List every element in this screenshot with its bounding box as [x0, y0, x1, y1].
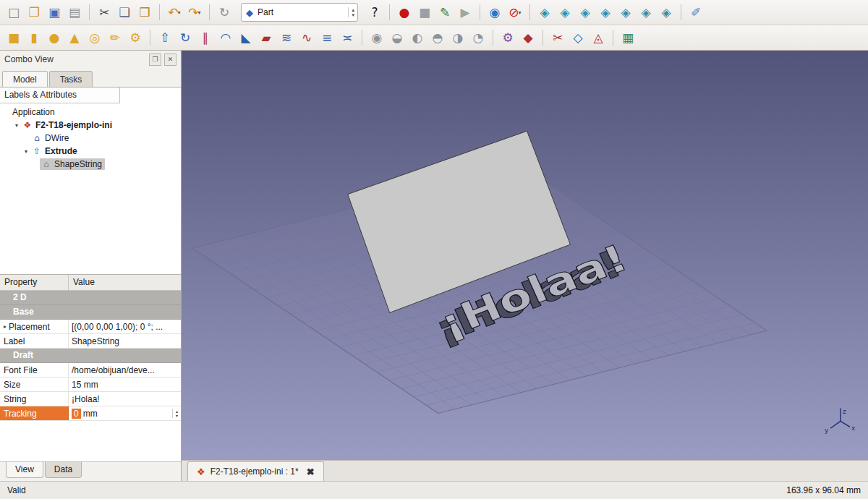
draw-style-icon[interactable]: ⊘▾	[506, 3, 524, 22]
property-row-font-file[interactable]: Font File/home/obijuan/deve...	[0, 363, 181, 378]
dock-close-button[interactable]: ✕	[164, 54, 176, 66]
redo-icon[interactable]: ↷▾	[185, 3, 204, 22]
view-front-icon[interactable]: ◈	[556, 3, 574, 22]
property-row-placement[interactable]: ▸Placement[(0,00 0,00 1,00); 0 °; ...	[0, 320, 181, 334]
part-boolean-icon[interactable]: ◒	[388, 28, 407, 47]
part-cone-icon[interactable]: ▲	[65, 28, 84, 47]
part-revolve-icon[interactable]: ↻	[176, 28, 195, 47]
part-fillet-icon[interactable]: ◠	[216, 28, 235, 47]
view-bottom-icon[interactable]: ◈	[637, 3, 655, 22]
view-rear-icon[interactable]: ◈	[616, 3, 635, 22]
view-right-icon[interactable]: ◈	[596, 3, 615, 22]
part-extrude-icon[interactable]: ⇧	[156, 28, 174, 47]
tree-item-application[interactable]: Application	[0, 106, 181, 119]
defeaturing-icon[interactable]: ◆	[519, 28, 537, 47]
part-join-icon[interactable]: ◔	[469, 28, 488, 47]
print-icon[interactable]: ▤	[65, 3, 84, 22]
property-group-2-d[interactable]: 2 D	[0, 291, 181, 305]
part-section-icon[interactable]: ≡	[318, 28, 336, 47]
property-value[interactable]: 0mm▴▾	[69, 406, 181, 420]
document-tab[interactable]: ❖ F2-T18-ejemplo-ini : 1* ✖	[187, 461, 324, 481]
open-file-icon[interactable]: ❐	[25, 3, 43, 22]
cut-icon[interactable]: ✂	[95, 3, 114, 22]
tracking-value-input[interactable]: 0	[72, 409, 81, 419]
value-column-header[interactable]: Value	[69, 275, 99, 290]
part-loft-icon[interactable]: ≋	[277, 28, 296, 47]
tree-item-shapestring[interactable]: ⌂ShapeString	[0, 158, 181, 171]
part-compound-icon[interactable]: ◉	[367, 28, 386, 47]
tab-model[interactable]: Model	[2, 71, 48, 87]
fit-all-icon[interactable]: ◉	[485, 3, 504, 22]
save-icon[interactable]: ▣	[45, 3, 64, 22]
workbench-selector-spinner[interactable]: ▴▾	[348, 7, 354, 17]
redo-dropdown-icon[interactable]: ▾	[198, 9, 201, 16]
macro-execute-icon[interactable]: ▶	[456, 3, 475, 22]
part-mirror-icon[interactable]: ∥	[196, 28, 215, 47]
property-row-label[interactable]: LabelShapeString	[0, 334, 181, 349]
property-value[interactable]: [(0,00 0,00 1,00); 0 °; ...	[69, 320, 181, 333]
macro-stop-icon[interactable]: ■	[415, 3, 434, 22]
3d-canvas[interactable]: ¡Holaa! ¡Holaa! z x y	[182, 51, 868, 460]
property-group-draft[interactable]: Draft	[0, 349, 181, 363]
check-geometry-icon[interactable]: ⚙	[498, 28, 517, 47]
tab-tasks[interactable]: Tasks	[49, 71, 93, 87]
cross-sections-icon[interactable]: ✂	[548, 28, 567, 47]
part-cylinder-icon[interactable]: ▮	[25, 28, 43, 47]
property-group-base[interactable]: Base	[0, 305, 181, 320]
close-tab-icon[interactable]: ✖	[307, 466, 315, 477]
part-intersection-icon[interactable]: ◑	[448, 28, 467, 47]
paste-icon[interactable]: ❒	[135, 3, 154, 22]
part-sphere-icon[interactable]: ●	[45, 28, 64, 47]
tab-view[interactable]: View	[6, 462, 43, 478]
copy-icon[interactable]: ❏	[115, 3, 134, 22]
undo-icon[interactable]: ↶▾	[165, 3, 184, 22]
property-value[interactable]: /home/obijuan/deve...	[69, 363, 181, 377]
property-row-tracking[interactable]: Tracking0mm▴▾	[0, 406, 181, 421]
part-box-icon[interactable]: ■	[4, 28, 23, 47]
tracking-spinner[interactable]: ▴▾	[172, 409, 178, 418]
property-expander-icon[interactable]: ▸	[4, 323, 7, 330]
macro-record-icon[interactable]: ●	[395, 3, 414, 22]
boolean-xor-icon[interactable]: ◬	[589, 28, 608, 47]
tab-data[interactable]: Data	[45, 462, 82, 478]
whats-this-icon[interactable]: ?	[365, 3, 384, 22]
part-offset-icon[interactable]: ≍	[338, 28, 357, 47]
view-isometric-icon[interactable]: ◈	[535, 3, 554, 22]
tree-item-f2-t18-ejemplo-ini[interactable]: ▾❖F2-T18-ejemplo-ini	[0, 119, 181, 132]
part-primitives-icon[interactable]: ⚙	[126, 28, 145, 47]
property-row-string[interactable]: String¡Holaa!	[0, 392, 181, 406]
3d-viewport[interactable]: ¡Holaa! ¡Holaa! z x y	[182, 51, 868, 460]
tree-item-extrude[interactable]: ▾⇧Extrude	[0, 145, 181, 158]
tree-expander-icon[interactable]: ▾	[12, 122, 21, 129]
combo-view-titlebar[interactable]: Combo View ❐ ✕	[0, 51, 181, 68]
open-file-icon: ❐	[28, 5, 39, 20]
new-document-icon[interactable]: □	[4, 3, 23, 22]
dock-float-button[interactable]: ❐	[149, 54, 161, 66]
tree-expander-icon[interactable]: ▾	[22, 148, 30, 155]
part-chamfer-icon[interactable]: ◣	[237, 28, 255, 47]
macro-edit-icon[interactable]: ✎	[435, 3, 454, 22]
property-column-header[interactable]: Property	[0, 275, 69, 290]
workbench-selector[interactable]: ◆ Part ▴▾	[241, 3, 358, 22]
slice-icon[interactable]: ◇	[569, 28, 587, 47]
undo-dropdown-icon[interactable]: ▾	[178, 9, 181, 16]
refresh-icon[interactable]: ↻	[215, 3, 234, 22]
tree-column-header[interactable]: Labels & Attributes	[0, 88, 120, 103]
view-left-icon[interactable]: ◈	[657, 3, 676, 22]
clipping-plane-icon[interactable]: ▦	[618, 28, 637, 47]
property-value[interactable]: ShapeString	[69, 334, 181, 348]
part-torus-icon[interactable]: ◎	[85, 28, 104, 47]
tree-item-dwire[interactable]: ⌂DWire	[0, 132, 181, 145]
draw-style-dropdown-icon[interactable]: ▾	[519, 9, 522, 16]
property-value[interactable]: ¡Holaa!	[69, 392, 181, 406]
part-ruled-surface-icon[interactable]: ▰	[257, 28, 276, 47]
property-row-size[interactable]: Size15 mm	[0, 378, 181, 392]
part-shapebuilder-icon[interactable]: ✏	[106, 28, 124, 47]
property-value[interactable]: 15 mm	[69, 378, 181, 391]
view-top-icon[interactable]: ◈	[576, 3, 595, 22]
part-cut-icon[interactable]: ◐	[408, 28, 427, 47]
part-union-icon[interactable]: ◓	[428, 28, 447, 47]
measure-distance-icon[interactable]: ✐	[686, 3, 705, 22]
part-sweep-icon[interactable]: ∿	[297, 28, 316, 47]
toolbar-separator	[493, 30, 493, 46]
